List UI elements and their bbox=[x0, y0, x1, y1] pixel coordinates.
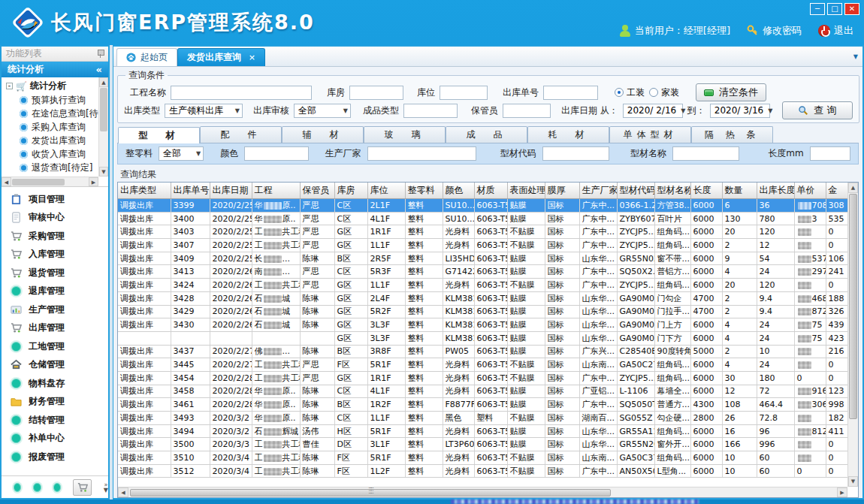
material-tab[interactable]: 耗 材 bbox=[527, 126, 609, 143]
tree-horizontal-scrollbar[interactable]: ◀▶ bbox=[2, 177, 98, 186]
sidebar-item-审核中心[interactable]: 审核中心 bbox=[2, 209, 108, 228]
minimize-button[interactable]: ─ bbox=[810, 3, 825, 15]
sidebar-item-财务管理[interactable]: 财务管理 bbox=[2, 393, 108, 412]
dot-icon[interactable] bbox=[53, 483, 61, 492]
table-row[interactable]: 调拨出库34032020/2/25工共工程严思G区1R1F整料光身料6063-T… bbox=[118, 225, 853, 239]
table-row[interactable]: 调拨出库35002020/3/3工共工程曹佳D区3L1F整料LT3P606063… bbox=[118, 438, 853, 451]
dot-icon[interactable] bbox=[33, 483, 41, 492]
location-input[interactable] bbox=[440, 86, 488, 100]
table-row[interactable]: 调拨出库34452020/2/27工共工程严思F区5R1F整料光身料6063-T… bbox=[118, 358, 853, 372]
sidebar-item-退货管理[interactable]: 退货管理 bbox=[2, 264, 108, 282]
tree-vertical-scrollbar[interactable]: ▲▼ bbox=[98, 77, 108, 177]
dot-icon[interactable] bbox=[14, 483, 21, 492]
clear-conditions-button[interactable]: 清空条件 bbox=[696, 83, 766, 101]
product-type-input[interactable] bbox=[403, 104, 458, 118]
material-tab[interactable]: 单体型材 bbox=[609, 126, 691, 143]
table-row[interactable]: 调拨出库34282020/2/26石城陈琳G区2L4F整料KLM38176063… bbox=[118, 291, 853, 305]
radio-gongzhuang[interactable]: 工装 bbox=[615, 86, 645, 99]
grid-horizontal-scrollbar[interactable]: ◀▶ bbox=[118, 487, 847, 497]
change-password-button[interactable]: 修改密码 bbox=[747, 24, 802, 38]
table-row[interactable]: 调拨出库34072020/2/25工共工程严思G区1L1F整料光身料6063-T… bbox=[118, 239, 853, 252]
column-header[interactable]: 颜色 bbox=[443, 183, 474, 199]
table-row[interactable]: G区3L3F整料KLM38176063-T5贴膜国标山东华...GA90M09.… bbox=[118, 331, 853, 345]
collapse-button[interactable]: « bbox=[96, 64, 102, 75]
maximize-button[interactable]: □ bbox=[827, 3, 842, 15]
column-header[interactable]: 生产厂家 bbox=[579, 183, 617, 199]
table-row[interactable]: 调拨出库34932020/3/2华原..陈琳C区1L1F整料黑色塑料不贴膜国标湖… bbox=[118, 412, 853, 425]
color-input[interactable] bbox=[244, 146, 308, 161]
more-buttons-chevron[interactable]: »▼ bbox=[104, 482, 108, 493]
sidebar-item-补单中心[interactable]: 补单中心 bbox=[2, 430, 108, 448]
column-header[interactable]: 材质 bbox=[474, 183, 507, 199]
sidebar-item-采购管理[interactable]: 采购管理 bbox=[2, 227, 108, 246]
tab-list-dropdown-icon[interactable]: ▼ bbox=[853, 53, 858, 60]
sidebar-item-入库管理[interactable]: 入库管理 bbox=[2, 246, 108, 264]
pin-icon[interactable] bbox=[97, 50, 104, 58]
radio-jiazhuang[interactable]: 家装 bbox=[649, 86, 679, 99]
column-header[interactable]: 库位 bbox=[367, 183, 405, 199]
sidebar-item-工地管理[interactable]: 工地管理 bbox=[2, 337, 108, 356]
tree-item[interactable]: 收货入库查询 bbox=[3, 147, 98, 161]
grid-vertical-scrollbar[interactable]: ▲▼ bbox=[847, 183, 858, 487]
column-header[interactable]: 型材代码 bbox=[617, 183, 654, 199]
sidebar-item-结转管理[interactable]: 结转管理 bbox=[2, 411, 108, 430]
tree-item[interactable]: 发货出库查询 bbox=[3, 134, 98, 147]
tree-expander-icon[interactable]: - bbox=[6, 83, 13, 89]
sidebar-item-出库管理[interactable]: 出库管理 bbox=[2, 319, 108, 338]
date-from-picker[interactable]: 2020/ 2/16▼ bbox=[623, 104, 683, 118]
table-row[interactable]: 调拨出库34582020/2/28华原..陈琳C区4L1F整料光身料6063-T… bbox=[118, 385, 853, 398]
profile-name-input[interactable] bbox=[672, 146, 739, 161]
sidebar-item-项目管理[interactable]: 项目管理 bbox=[2, 190, 108, 209]
sidebar-item-仓储管理[interactable]: 仓储管理 bbox=[2, 356, 108, 375]
material-tab[interactable]: 型 材 bbox=[118, 127, 200, 143]
column-header[interactable]: 表面处理 bbox=[507, 183, 545, 199]
tree-root-node[interactable]: - 🛒 统计分析 bbox=[3, 79, 98, 93]
table-row[interactable]: 调拨出库34002020/2/25华原..严思C区4L1F整料SU10...60… bbox=[118, 212, 853, 225]
table-row[interactable]: 调拨出库34372020/2/27佛...陈琳B区3R8F整料PW056063-… bbox=[118, 345, 853, 358]
sidebar-item-物料盘存[interactable]: 物料盘存 bbox=[2, 374, 108, 393]
tree-item[interactable]: 预算执行查询 bbox=[3, 93, 98, 107]
close-button[interactable]: ✕ bbox=[844, 3, 859, 15]
tree-item[interactable]: 采购入库查询 bbox=[3, 120, 98, 134]
tab-close-icon[interactable]: × bbox=[249, 53, 255, 62]
material-tab[interactable]: 辅 材 bbox=[282, 126, 364, 143]
table-row[interactable]: 调拨出库34132020/2/26南...严思C区5R3F整料G71422606… bbox=[118, 265, 853, 279]
length-input[interactable] bbox=[810, 146, 850, 161]
column-header[interactable]: 出库类型 bbox=[118, 183, 171, 199]
order-no-input[interactable] bbox=[543, 86, 598, 100]
audit-select[interactable]: 全部▼ bbox=[294, 104, 351, 118]
project-name-input[interactable] bbox=[171, 86, 312, 100]
material-tab[interactable]: 成 品 bbox=[446, 126, 527, 143]
column-header[interactable]: 出库长度 bbox=[757, 183, 794, 199]
table-row[interactable]: 调拨出库34302020/2/26石城陈琳G区3L3F整料KLM38176063… bbox=[118, 318, 853, 332]
tab-home[interactable]: 起始页 bbox=[116, 48, 177, 66]
table-row[interactable]: 调拨出库34242020/2/26工共工程严思G区1L1F整料光身料6063-T… bbox=[118, 279, 853, 292]
cart-shortcut-button[interactable] bbox=[73, 479, 92, 496]
keeper-input[interactable] bbox=[503, 104, 551, 118]
column-header[interactable]: 出库日期 bbox=[210, 183, 252, 199]
table-row[interactable]: 调拨出库35122020/3/4工共工程陈琳F区1L2F整料光身料6063-T5… bbox=[118, 464, 853, 478]
date-to-picker[interactable]: 2020/ 3/16▼ bbox=[710, 104, 770, 118]
material-tab[interactable]: 隔 热 条 bbox=[691, 126, 773, 143]
sidebar-item-报废管理[interactable]: 报废管理 bbox=[2, 448, 108, 466]
sidebar-item-生产管理[interactable]: 生产管理 bbox=[2, 300, 108, 319]
column-header[interactable]: 整零料 bbox=[405, 183, 443, 199]
part-select[interactable]: 全部▼ bbox=[159, 146, 204, 161]
table-row[interactable]: 调拨出库34542020/2/28工共工程严思G区1R1F整料光身料6063-T… bbox=[118, 371, 853, 385]
warehouse-input[interactable] bbox=[349, 86, 403, 100]
column-header[interactable]: 长度 bbox=[690, 183, 722, 199]
table-row[interactable]: 调拨出库34292020/2/26石城陈琳G区5R2F整料KLM38176063… bbox=[118, 305, 853, 318]
table-row[interactable]: 调拨出库34942020/3/2石辉城汤伟H区5R1F整料光身料6063-T5贴… bbox=[118, 424, 853, 438]
tab-shipment-query[interactable]: 发货出库查询 × bbox=[177, 48, 265, 66]
material-tab[interactable]: 配 件 bbox=[200, 126, 282, 143]
column-header[interactable]: 单价 bbox=[794, 183, 826, 199]
column-header[interactable]: 膜厚 bbox=[545, 183, 579, 199]
table-row[interactable]: 调拨出库34092020/2/25长...陈琳B区2R5F整料LI35HD606… bbox=[118, 252, 853, 265]
sidebar-item-退库管理[interactable]: 退库管理 bbox=[2, 282, 108, 301]
material-tab[interactable]: 玻 璃 bbox=[364, 126, 446, 143]
column-header[interactable]: 型材名称 bbox=[654, 183, 690, 199]
profile-code-input[interactable] bbox=[542, 146, 609, 161]
tree-item[interactable]: 在途信息查询[待 bbox=[3, 107, 98, 120]
out-type-select[interactable]: 生产领料出库▼ bbox=[165, 104, 243, 118]
tree-item[interactable]: 退货查询[待定] bbox=[3, 161, 98, 174]
